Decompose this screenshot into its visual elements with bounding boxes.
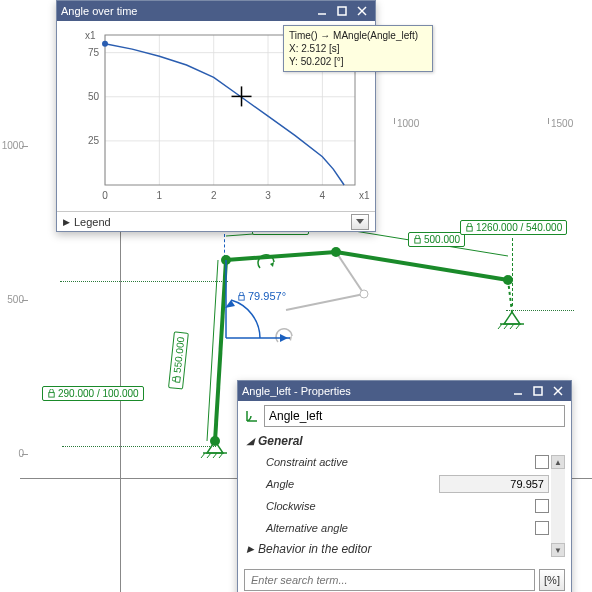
- legend-dropdown-button[interactable]: [351, 214, 369, 230]
- scroll-up-button[interactable]: ▲: [551, 455, 565, 469]
- svg-marker-27: [280, 334, 288, 342]
- svg-text:0: 0: [102, 190, 108, 201]
- constraint-active-checkbox[interactable]: [535, 455, 549, 469]
- dimension-top-right[interactable]: 500.000: [408, 232, 465, 247]
- chart-title: Angle over time: [61, 5, 311, 17]
- angle-type-icon: [244, 408, 260, 424]
- clockwise-checkbox[interactable]: [535, 499, 549, 513]
- point-label-right[interactable]: 1260.000 / 540.000: [460, 220, 567, 235]
- svg-marker-18: [504, 312, 520, 324]
- svg-marker-24: [270, 262, 274, 267]
- svg-point-7: [360, 290, 368, 298]
- svg-point-11: [503, 275, 513, 285]
- svg-line-3: [336, 252, 508, 280]
- group-behavior[interactable]: ▶Behavior in the editor: [244, 539, 549, 559]
- dimension-angle[interactable]: 79.957°: [237, 290, 286, 302]
- modified-filter-button[interactable]: [%]: [539, 569, 565, 591]
- svg-text:x1: x1: [359, 190, 370, 201]
- svg-rect-32: [415, 239, 420, 244]
- svg-rect-34: [49, 393, 54, 398]
- svg-rect-37: [338, 7, 346, 15]
- svg-line-5: [286, 294, 364, 310]
- svg-rect-33: [239, 295, 244, 300]
- svg-rect-30: [175, 377, 180, 383]
- svg-line-65: [554, 387, 562, 395]
- minimize-button[interactable]: [509, 384, 527, 398]
- tooltip-y: Y: 50.202 [°]: [289, 55, 427, 68]
- point-label-left[interactable]: 290.000 / 100.000: [42, 386, 144, 401]
- tooltip-title: Time() → MAngle(Angle_left): [289, 29, 427, 42]
- maximize-button[interactable]: [529, 384, 547, 398]
- group-general[interactable]: ◢General: [244, 431, 549, 451]
- chart-panel[interactable]: Angle over time 25507501234x1x1 Time() →…: [56, 0, 376, 232]
- minimize-button[interactable]: [313, 4, 331, 18]
- maximize-button[interactable]: [333, 4, 351, 18]
- svg-text:50: 50: [88, 91, 100, 102]
- properties-panel[interactable]: Angle_left - Properties ◢General Constra…: [237, 380, 572, 592]
- svg-text:4: 4: [320, 190, 326, 201]
- svg-rect-64: [534, 387, 542, 395]
- close-button[interactable]: [353, 4, 371, 18]
- svg-text:25: 25: [88, 135, 100, 146]
- svg-text:3: 3: [265, 190, 271, 201]
- scroll-down-button[interactable]: ▼: [551, 543, 565, 557]
- close-button[interactable]: [549, 384, 567, 398]
- chart-titlebar[interactable]: Angle over time: [57, 1, 375, 21]
- alternative-angle-checkbox[interactable]: [535, 521, 549, 535]
- chart-tooltip: Time() → MAngle(Angle_left) X: 2.512 [s]…: [283, 25, 433, 72]
- object-name-input[interactable]: [264, 405, 565, 427]
- svg-text:75: 75: [88, 47, 100, 58]
- svg-line-66: [554, 387, 562, 395]
- properties-titlebar[interactable]: Angle_left - Properties: [238, 381, 571, 401]
- legend-label: Legend: [74, 216, 111, 228]
- chart-legend-row[interactable]: ▶ Legend: [57, 211, 375, 231]
- svg-point-59: [102, 41, 108, 47]
- svg-marker-62: [356, 219, 364, 224]
- chart-plot-area[interactable]: 25507501234x1x1 Time() → MAngle(Angle_le…: [57, 21, 375, 211]
- svg-text:2: 2: [211, 190, 217, 201]
- svg-point-10: [331, 247, 341, 257]
- row-clockwise: Clockwise: [244, 495, 549, 517]
- svg-rect-35: [467, 227, 472, 232]
- property-search-input[interactable]: [244, 569, 535, 591]
- row-constraint-active: Constraint active: [244, 451, 549, 473]
- legend-expand-icon[interactable]: ▶: [63, 217, 70, 227]
- svg-line-38: [358, 7, 366, 15]
- row-alternative-angle: Alternative angle: [244, 517, 549, 539]
- svg-line-2: [226, 252, 336, 260]
- svg-text:x1: x1: [85, 30, 96, 41]
- tooltip-x: X: 2.512 [s]: [289, 42, 427, 55]
- svg-text:1: 1: [157, 190, 163, 201]
- angle-value-input[interactable]: [439, 475, 549, 493]
- properties-scrollbar[interactable]: ▲ ▼: [551, 455, 565, 557]
- svg-line-39: [358, 7, 366, 15]
- row-angle: Angle: [244, 473, 549, 495]
- properties-title: Angle_left - Properties: [242, 385, 507, 397]
- svg-line-6: [336, 252, 364, 294]
